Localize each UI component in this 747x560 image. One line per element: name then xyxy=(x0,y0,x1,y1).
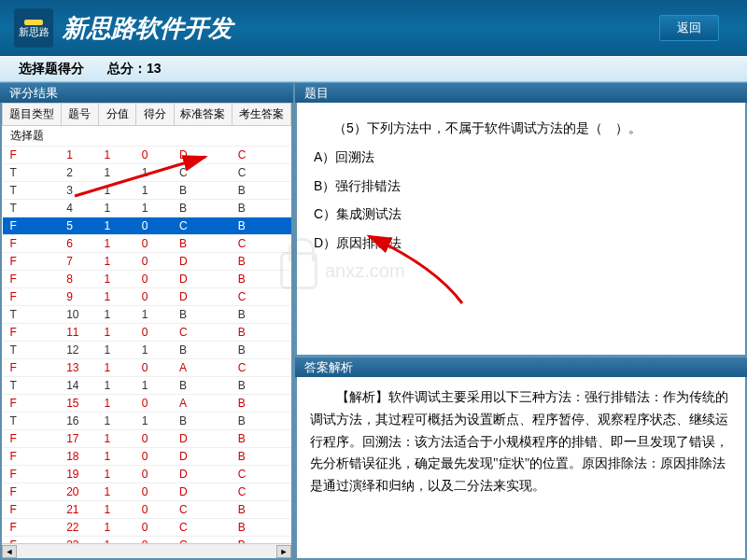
scroll-left-icon[interactable]: ◄ xyxy=(2,545,17,558)
results-table: 题目类型题号分值得分标准答案考生答案 选择题F110DCT211CCT311BB… xyxy=(2,103,291,560)
results-panel-header: 评分结果 xyxy=(0,82,293,103)
app-logo: 新思路 xyxy=(14,8,53,48)
question-panel: （5）下列方法中，不属于软件调试方法的是（ ）。 A）回溯法 B）强行排错法 C… xyxy=(295,103,747,357)
table-row[interactable]: F1110CB xyxy=(3,324,291,342)
col-header[interactable]: 题号 xyxy=(61,104,98,126)
app-title: 新思路软件开发 xyxy=(63,12,233,45)
horizontal-scrollbar[interactable]: ◄ ► xyxy=(2,543,291,558)
question-option: C）集成测试法 xyxy=(314,200,728,229)
table-row[interactable]: T411BB xyxy=(3,200,291,217)
analysis-panel-header: 答案解析 xyxy=(295,357,747,377)
back-button[interactable]: 返回 xyxy=(659,15,719,41)
table-row[interactable]: F1910DC xyxy=(3,466,291,483)
table-row[interactable]: F610BC xyxy=(3,235,291,253)
question-panel-header: 题目 xyxy=(295,82,747,103)
table-row[interactable]: F510CB xyxy=(3,217,291,235)
analysis-text: 【解析】软件调试主要采用以下三种方法：强行排错法：作为传统的调试方法，其过程可概… xyxy=(297,377,745,507)
question-stem: （5）下列方法中，不属于软件调试方法的是（ ）。 xyxy=(314,114,728,143)
table-row[interactable]: F2210CB xyxy=(3,519,291,537)
table-row[interactable]: F1710DB xyxy=(3,430,291,448)
col-header[interactable]: 考生答案 xyxy=(233,104,291,126)
col-header[interactable]: 标准答案 xyxy=(174,104,233,126)
score-bar: 选择题得分 总分：13 xyxy=(0,56,747,82)
col-header[interactable]: 得分 xyxy=(136,104,174,126)
table-row[interactable]: F1310AC xyxy=(3,359,291,377)
question-option: D）原因排除法 xyxy=(314,229,728,258)
table-row[interactable]: F1810DB xyxy=(3,448,291,466)
question-type-label: 选择题 xyxy=(3,126,62,147)
table-row[interactable]: T1011BB xyxy=(3,306,291,324)
table-row[interactable]: T1411BB xyxy=(3,377,291,395)
score-label: 选择题得分 xyxy=(19,61,84,77)
app-header: 新思路 新思路软件开发 返回 xyxy=(0,0,747,56)
scroll-right-icon[interactable]: ► xyxy=(276,545,291,558)
results-panel: 题目类型题号分值得分标准答案考生答案 选择题F110DCT211CCT311BB… xyxy=(0,103,293,560)
col-header[interactable]: 分值 xyxy=(98,104,135,126)
table-row[interactable]: T311BB xyxy=(3,182,291,200)
table-row[interactable]: F2110CB xyxy=(3,501,291,519)
total-label: 总分：13 xyxy=(107,61,162,77)
question-option: A）回溯法 xyxy=(314,143,728,172)
table-row[interactable]: T211CC xyxy=(3,164,291,182)
table-row[interactable]: F110DC xyxy=(3,147,291,164)
analysis-panel: 【解析】软件调试主要采用以下三种方法：强行排错法：作为传统的调试方法，其过程可概… xyxy=(295,377,747,560)
table-row[interactable]: T1211BB xyxy=(3,342,291,359)
table-row[interactable]: F910DC xyxy=(3,288,291,306)
col-header[interactable]: 题目类型 xyxy=(3,104,62,126)
table-row[interactable]: F810DB xyxy=(3,271,291,288)
table-row[interactable]: F1510AB xyxy=(3,395,291,413)
table-row[interactable]: T1611BB xyxy=(3,413,291,430)
table-row[interactable]: F2010DC xyxy=(3,483,291,501)
table-row[interactable]: F710DB xyxy=(3,253,291,271)
question-option: B）强行排错法 xyxy=(314,172,728,201)
